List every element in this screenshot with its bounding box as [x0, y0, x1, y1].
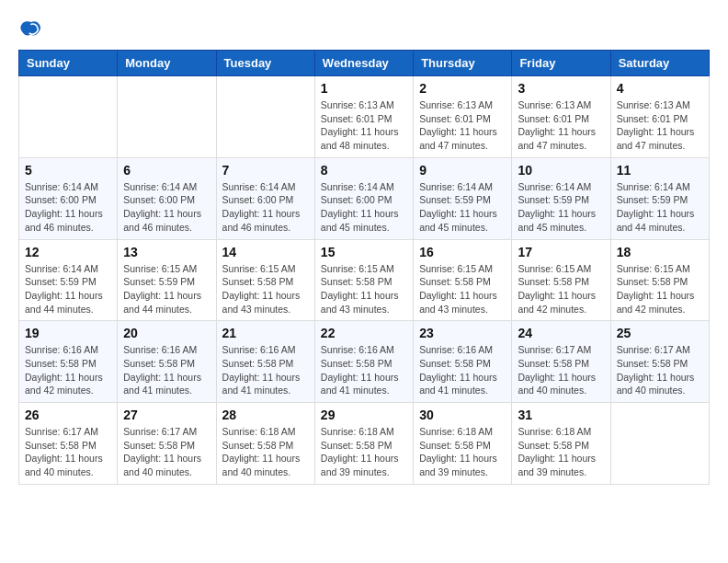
day-number: 18 — [617, 245, 703, 259]
day-number: 19 — [25, 326, 111, 340]
calendar-cell: 27Sunrise: 6:17 AM Sunset: 5:58 PM Dayli… — [118, 403, 216, 485]
day-info: Sunrise: 6:14 AM Sunset: 6:00 PM Dayligh… — [123, 180, 210, 235]
day-info: Sunrise: 6:15 AM Sunset: 5:58 PM Dayligh… — [222, 262, 309, 316]
day-number: 30 — [419, 408, 506, 422]
calendar-cell: 22Sunrise: 6:16 AM Sunset: 5:58 PM Dayli… — [314, 321, 413, 403]
calendar-cell: 18Sunrise: 6:15 AM Sunset: 5:58 PM Dayli… — [610, 239, 709, 321]
day-number: 23 — [419, 326, 506, 340]
calendar-table: SundayMondayTuesdayWednesdayThursdayFrid… — [18, 50, 710, 485]
calendar-cell: 13Sunrise: 6:15 AM Sunset: 5:59 PM Dayli… — [118, 239, 216, 321]
day-header-wednesday: Wednesday — [314, 51, 413, 76]
day-info: Sunrise: 6:14 AM Sunset: 6:00 PM Dayligh… — [321, 180, 407, 235]
day-number: 27 — [123, 408, 210, 422]
day-info: Sunrise: 6:14 AM Sunset: 5:59 PM Dayligh… — [617, 180, 703, 235]
day-number: 29 — [321, 408, 407, 422]
day-info: Sunrise: 6:14 AM Sunset: 5:59 PM Dayligh… — [518, 180, 604, 235]
calendar-week-row: 26Sunrise: 6:17 AM Sunset: 5:58 PM Dayli… — [19, 403, 710, 485]
day-info: Sunrise: 6:18 AM Sunset: 5:58 PM Dayligh… — [518, 425, 604, 479]
day-number: 13 — [123, 245, 210, 259]
calendar-cell: 23Sunrise: 6:16 AM Sunset: 5:58 PM Dayli… — [414, 321, 512, 403]
day-header-saturday: Saturday — [610, 51, 709, 76]
day-number: 28 — [222, 408, 309, 422]
day-info: Sunrise: 6:13 AM Sunset: 6:01 PM Dayligh… — [518, 98, 604, 153]
calendar-cell: 31Sunrise: 6:18 AM Sunset: 5:58 PM Dayli… — [512, 403, 610, 485]
day-info: Sunrise: 6:17 AM Sunset: 5:58 PM Dayligh… — [25, 425, 111, 479]
day-info: Sunrise: 6:16 AM Sunset: 5:58 PM Dayligh… — [419, 343, 506, 397]
day-info: Sunrise: 6:13 AM Sunset: 6:01 PM Dayligh… — [419, 98, 506, 153]
calendar-week-row: 1Sunrise: 6:13 AM Sunset: 6:01 PM Daylig… — [19, 76, 710, 158]
day-info: Sunrise: 6:15 AM Sunset: 5:58 PM Dayligh… — [419, 262, 506, 316]
calendar-cell: 17Sunrise: 6:15 AM Sunset: 5:58 PM Dayli… — [512, 239, 610, 321]
day-number: 26 — [25, 408, 111, 422]
day-number: 20 — [123, 326, 210, 340]
calendar-cell: 16Sunrise: 6:15 AM Sunset: 5:58 PM Dayli… — [414, 239, 512, 321]
calendar-cell: 11Sunrise: 6:14 AM Sunset: 5:59 PM Dayli… — [610, 157, 709, 239]
calendar-cell — [610, 403, 709, 485]
day-info: Sunrise: 6:17 AM Sunset: 5:58 PM Dayligh… — [123, 425, 210, 479]
day-number: 1 — [321, 81, 407, 96]
day-number: 25 — [617, 326, 703, 340]
day-number: 21 — [222, 326, 309, 340]
day-number: 22 — [321, 326, 407, 340]
day-number: 5 — [25, 163, 111, 178]
calendar-cell: 9Sunrise: 6:14 AM Sunset: 5:59 PM Daylig… — [414, 157, 512, 239]
header — [18, 18, 710, 40]
day-info: Sunrise: 6:14 AM Sunset: 6:00 PM Dayligh… — [25, 180, 111, 235]
day-info: Sunrise: 6:18 AM Sunset: 5:58 PM Dayligh… — [321, 425, 407, 479]
calendar-cell: 8Sunrise: 6:14 AM Sunset: 6:00 PM Daylig… — [314, 157, 413, 239]
day-info: Sunrise: 6:16 AM Sunset: 5:58 PM Dayligh… — [123, 343, 210, 397]
day-header-thursday: Thursday — [414, 51, 512, 76]
calendar-week-row: 19Sunrise: 6:16 AM Sunset: 5:58 PM Dayli… — [19, 321, 710, 403]
calendar-cell: 12Sunrise: 6:14 AM Sunset: 5:59 PM Dayli… — [19, 239, 118, 321]
calendar-cell: 21Sunrise: 6:16 AM Sunset: 5:58 PM Dayli… — [216, 321, 314, 403]
logo — [18, 18, 42, 40]
calendar-week-row: 5Sunrise: 6:14 AM Sunset: 6:00 PM Daylig… — [19, 157, 710, 239]
calendar-cell: 2Sunrise: 6:13 AM Sunset: 6:01 PM Daylig… — [414, 76, 512, 158]
day-number: 9 — [419, 163, 506, 178]
day-header-sunday: Sunday — [19, 51, 118, 76]
day-info: Sunrise: 6:15 AM Sunset: 5:58 PM Dayligh… — [617, 262, 703, 316]
day-info: Sunrise: 6:18 AM Sunset: 5:58 PM Dayligh… — [419, 425, 506, 479]
day-info: Sunrise: 6:16 AM Sunset: 5:58 PM Dayligh… — [25, 343, 111, 397]
day-number: 31 — [518, 408, 604, 422]
day-number: 14 — [222, 245, 309, 259]
day-number: 3 — [518, 81, 604, 96]
logo-icon — [20, 18, 42, 40]
day-number: 6 — [123, 163, 210, 178]
calendar-cell: 4Sunrise: 6:13 AM Sunset: 6:01 PM Daylig… — [610, 76, 709, 158]
calendar-cell: 14Sunrise: 6:15 AM Sunset: 5:58 PM Dayli… — [216, 239, 314, 321]
day-number: 10 — [518, 163, 604, 178]
day-number: 16 — [419, 245, 506, 259]
day-info: Sunrise: 6:15 AM Sunset: 5:58 PM Dayligh… — [321, 262, 407, 316]
day-info: Sunrise: 6:16 AM Sunset: 5:58 PM Dayligh… — [222, 343, 309, 397]
calendar-cell: 26Sunrise: 6:17 AM Sunset: 5:58 PM Dayli… — [19, 403, 118, 485]
calendar-cell — [19, 76, 118, 158]
day-info: Sunrise: 6:17 AM Sunset: 5:58 PM Dayligh… — [518, 343, 604, 397]
calendar-cell: 10Sunrise: 6:14 AM Sunset: 5:59 PM Dayli… — [512, 157, 610, 239]
calendar-header-row: SundayMondayTuesdayWednesdayThursdayFrid… — [19, 51, 710, 76]
day-header-tuesday: Tuesday — [216, 51, 314, 76]
day-number: 4 — [617, 81, 703, 96]
day-info: Sunrise: 6:15 AM Sunset: 5:58 PM Dayligh… — [518, 262, 604, 316]
day-info: Sunrise: 6:16 AM Sunset: 5:58 PM Dayligh… — [321, 343, 407, 397]
day-header-friday: Friday — [512, 51, 610, 76]
calendar-cell: 6Sunrise: 6:14 AM Sunset: 6:00 PM Daylig… — [118, 157, 216, 239]
day-number: 2 — [419, 81, 506, 96]
calendar-cell: 24Sunrise: 6:17 AM Sunset: 5:58 PM Dayli… — [512, 321, 610, 403]
day-header-monday: Monday — [118, 51, 216, 76]
day-info: Sunrise: 6:14 AM Sunset: 6:00 PM Dayligh… — [222, 180, 309, 235]
calendar-cell: 5Sunrise: 6:14 AM Sunset: 6:00 PM Daylig… — [19, 157, 118, 239]
calendar-cell: 20Sunrise: 6:16 AM Sunset: 5:58 PM Dayli… — [118, 321, 216, 403]
calendar-cell: 7Sunrise: 6:14 AM Sunset: 6:00 PM Daylig… — [216, 157, 314, 239]
calendar-cell: 15Sunrise: 6:15 AM Sunset: 5:58 PM Dayli… — [314, 239, 413, 321]
day-info: Sunrise: 6:14 AM Sunset: 5:59 PM Dayligh… — [419, 180, 506, 235]
calendar-cell: 29Sunrise: 6:18 AM Sunset: 5:58 PM Dayli… — [314, 403, 413, 485]
day-info: Sunrise: 6:18 AM Sunset: 5:58 PM Dayligh… — [222, 425, 309, 479]
day-number: 11 — [617, 163, 703, 178]
day-number: 7 — [222, 163, 309, 178]
day-number: 17 — [518, 245, 604, 259]
calendar-cell: 25Sunrise: 6:17 AM Sunset: 5:58 PM Dayli… — [610, 321, 709, 403]
day-number: 24 — [518, 326, 604, 340]
calendar-cell: 30Sunrise: 6:18 AM Sunset: 5:58 PM Dayli… — [414, 403, 512, 485]
calendar-cell: 3Sunrise: 6:13 AM Sunset: 6:01 PM Daylig… — [512, 76, 610, 158]
